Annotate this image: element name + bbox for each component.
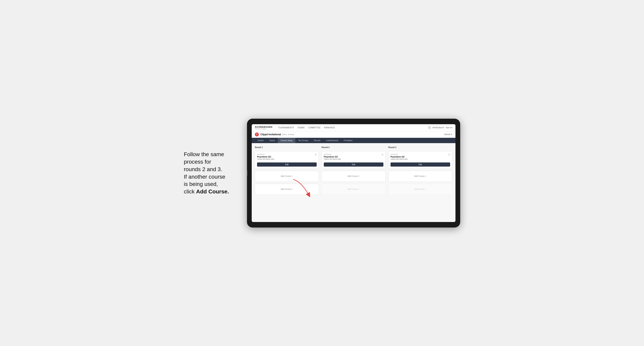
user-avatar [428,126,431,129]
nav-links: TOURNAMENTS TEAMS COMMITTEE RANKINGS [278,127,424,129]
course-card-header-r2: (Course A) Peachtree GC Yellow (M) (6629… [324,153,384,160]
instruction-panel: Follow the same process for rounds 2 and… [184,151,239,195]
instruction-line3: rounds 2 and 3. [184,166,222,172]
add-course-slot-r2-1[interactable]: Add Course + [322,171,386,182]
tab-bar: Details Teams Course Setup Tee Groups Re… [252,138,456,143]
instruction-line2: process for [184,159,211,165]
add-course-slot-r2-2: Add Course + [322,184,386,195]
nav-tournaments[interactable]: TOURNAMENTS [278,127,294,129]
edit-course-button-r1[interactable]: Edit [257,163,317,167]
user-email: blair@clippd.io [432,127,444,129]
tab-details[interactable]: Details [255,138,266,143]
course-a-label-r2: (Course A) [324,153,341,155]
instruction-line6: click [184,188,196,194]
brand-icon: C [255,133,259,137]
remove-course-icon-r2[interactable]: ⊘ [382,153,384,156]
round-2-label: Round 2 [322,146,386,149]
add-course-label-r1-1: Add Course + [281,175,293,177]
cancel-button[interactable]: Cancel ✕ [444,133,452,136]
course-details-r2: Yellow (M) (6629 yds) [324,158,341,160]
round-1-label: Round 1 [255,146,319,149]
instruction-line1: Follow the same [184,151,224,157]
course-card-header-r3: (Course A) Peachtree GC Yellow (M) (6629… [390,153,450,160]
round-2-course-card: (Course A) Peachtree GC Yellow (M) (6629… [322,151,386,169]
logo-scoreboard: SCOREBOARD [255,126,272,128]
logo-area: SCOREBOARD Powered by clippd [255,126,272,130]
instruction-line4: If another course [184,174,225,180]
course-name: Peachtree GC [257,156,274,158]
course-info-r2: (Course A) Peachtree GC Yellow (M) (6629… [324,153,341,160]
course-a-label: (Course A) [257,153,274,155]
rounds-grid: Round 1 (Course A) Peachtree GC Yellow (… [255,146,452,195]
course-card-header: (Course A) Peachtree GC Yellow (M) (6629… [257,153,317,160]
tab-printables[interactable]: Printables [341,138,355,143]
add-course-label-r2-2: Add Course + [348,188,360,190]
nav-rankings[interactable]: RANKINGS [324,127,335,129]
round-1-course-card: (Course A) Peachtree GC Yellow (M) (6629… [255,151,319,169]
round-2-column: Round 2 (Course A) Peachtree GC Yellow (… [322,146,386,195]
tablet-side-button [247,170,248,176]
instruction-add-course: Add Course. [196,188,229,194]
nav-right: blair@clippd.io Sign out [428,126,452,129]
tab-teams[interactable]: Teams [266,138,278,143]
tab-tee-groups[interactable]: Tee Groups [295,138,311,143]
sign-out-link[interactable]: Sign out [446,127,452,129]
course-name-r2: Peachtree GC [324,156,341,158]
nav-teams[interactable]: TEAMS [298,127,305,129]
add-course-label-r1-2: Add Course + [281,188,293,190]
remove-course-icon-r3[interactable]: ⊘ [448,153,450,156]
round-3-label: Round 3 [388,146,452,149]
top-navigation: SCOREBOARD Powered by clippd TOURNAMENTS… [252,124,456,131]
round-1-column: Round 1 (Course A) Peachtree GC Yellow (… [255,146,319,195]
course-info-r3: (Course A) Peachtree GC Yellow (M) (6629… [390,153,408,160]
main-content: Round 1 (Course A) Peachtree GC Yellow (… [252,143,456,222]
add-course-label-r3-2: Add Course + [414,188,426,190]
tab-results[interactable]: Results [311,138,323,143]
tournament-title: Clippd Invitational [260,133,281,136]
course-details: Yellow (M) (6629 yds) [257,158,274,160]
remove-course-icon[interactable]: ⊘ [315,153,317,156]
tournament-type: (Men) [282,134,287,136]
tablet-screen: SCOREBOARD Powered by clippd TOURNAMENTS… [252,124,456,222]
round-3-course-card: (Course A) Peachtree GC Yellow (M) (6629… [388,151,452,169]
add-course-label-r3-1: Add Course + [414,175,426,177]
add-course-slot-r3-1[interactable]: Add Course + [388,171,452,182]
add-course-slot-r1-2[interactable]: Add Course + [255,184,319,195]
tab-course-setup[interactable]: Course Setup [278,138,295,143]
logo-sub: Powered by clippd [255,128,272,130]
add-course-slot-r3-2: Add Course + [388,184,452,195]
course-name-r3: Peachtree GC [390,156,408,158]
nav-committee[interactable]: COMMITTEE [308,127,320,129]
tab-leaderboards[interactable]: Leaderboards [323,138,341,143]
round-3-column: Round 3 (Course A) Peachtree GC Yellow (… [388,146,452,195]
course-a-label-r3: (Course A) [390,153,408,155]
sub-header: C Clippd Invitational (Men) Hosting Canc… [252,131,456,138]
course-info: (Course A) Peachtree GC Yellow (M) (6629… [257,153,274,160]
page-container: Follow the same process for rounds 2 and… [184,119,460,227]
edit-course-button-r3[interactable]: Edit [390,163,450,167]
add-course-slot-r1-1[interactable]: Add Course + [255,171,319,182]
course-details-r3: Yellow (M) (6629 yds) [390,158,408,160]
tablet-device: SCOREBOARD Powered by clippd TOURNAMENTS… [247,119,460,227]
instruction-line5: is being used, [184,181,218,187]
hosting-label: Hosting [288,134,294,136]
add-course-label-r2-1: Add Course + [348,175,360,177]
edit-course-button-r2[interactable]: Edit [324,163,384,167]
